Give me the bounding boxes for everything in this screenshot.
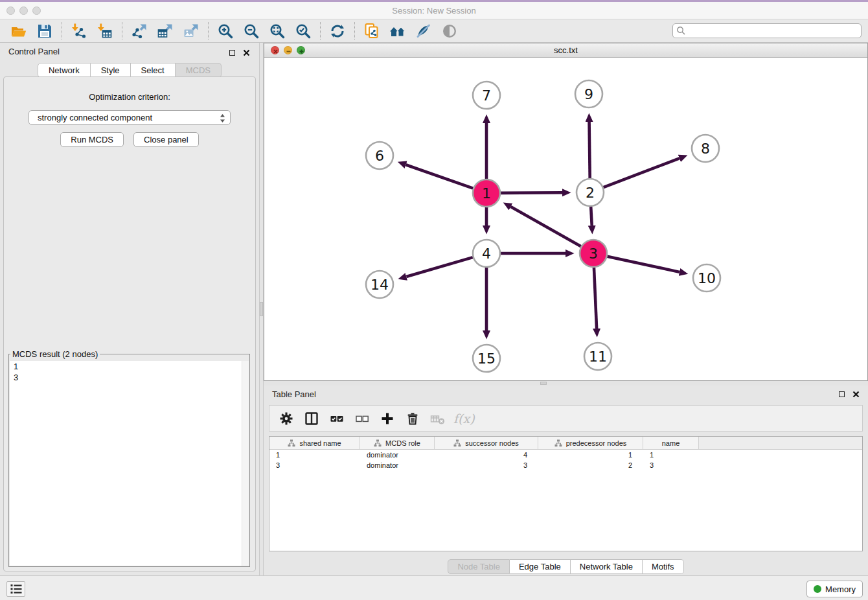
float-icon [229, 50, 235, 56]
graph-node-10[interactable]: 10 [693, 264, 720, 292]
run-mcds-button[interactable]: Run MCDS [60, 132, 124, 147]
table-panel-title: Table Panel [272, 389, 316, 399]
zoom-fit-icon[interactable] [269, 23, 286, 40]
graph-node-2[interactable]: 2 [577, 179, 604, 206]
tab-network-table[interactable]: Network Table [571, 559, 643, 574]
table-cell: dominator [360, 451, 435, 459]
tab-network[interactable]: Network [38, 63, 91, 78]
export-network-icon[interactable] [131, 23, 148, 40]
import-table-file-icon[interactable] [97, 23, 113, 40]
column-header-name[interactable]: name [643, 437, 699, 449]
vertical-splitter[interactable] [259, 43, 264, 575]
column-header-successor-nodes[interactable]: successor nodes [435, 437, 538, 449]
splitter-handle[interactable] [540, 382, 547, 385]
float-panel-button[interactable] [227, 48, 236, 57]
graph-node-6[interactable]: 6 [366, 142, 393, 169]
graph-node-15[interactable]: 15 [473, 345, 500, 372]
edge-2-8[interactable] [604, 158, 680, 187]
edge-1-2[interactable] [501, 192, 562, 193]
import-network-file-icon[interactable] [71, 23, 87, 40]
table-settings-gear-icon[interactable] [279, 411, 294, 426]
tab-motifs[interactable]: Motifs [643, 559, 684, 574]
split-columns-icon[interactable] [304, 411, 319, 426]
zoom-out-icon[interactable] [243, 23, 260, 40]
duplicate-network-icon[interactable] [363, 23, 380, 40]
node-label: 14 [371, 277, 389, 293]
deselect-all-checkboxes-icon[interactable] [354, 411, 370, 426]
node-label: 10 [698, 270, 716, 286]
node-label: 2 [586, 185, 595, 201]
edge-2-3[interactable] [591, 207, 592, 225]
apply-layout-icon[interactable] [329, 23, 346, 40]
save-session-icon[interactable] [36, 23, 53, 40]
node-table[interactable]: shared nameMCDS rolesuccessor nodesprede… [269, 436, 863, 551]
network-window-titlebar[interactable]: scc.txt [264, 43, 867, 58]
control-panel: Control Panel NetworkStyleSelectMCDS Opt… [0, 43, 259, 575]
control-panel-tabs: NetworkStyleSelectMCDS [0, 63, 259, 78]
splitter-handle[interactable] [260, 302, 263, 316]
graph-node-11[interactable]: 11 [584, 343, 611, 370]
show-panels-button[interactable] [6, 581, 25, 597]
tab-mcds[interactable]: MCDS [176, 63, 222, 78]
export-image-icon[interactable] [183, 23, 200, 40]
table-row[interactable]: 1dominator411 [269, 450, 862, 460]
horizontal-splitter[interactable] [264, 381, 868, 386]
node-label: 3 [589, 246, 598, 262]
network-canvas-svg[interactable]: 7968124314101511 [264, 58, 867, 380]
graph-node-8[interactable]: 8 [692, 135, 719, 162]
graph-node-7[interactable]: 7 [473, 82, 500, 109]
birds-eye-view-icon[interactable] [441, 23, 458, 40]
first-neighbors-icon[interactable] [389, 23, 406, 40]
criterion-dropdown[interactable]: strongly connected component [29, 110, 231, 125]
search-icon [676, 26, 686, 36]
table-row[interactable]: 3dominator323 [269, 460, 862, 470]
list-icon [10, 583, 23, 595]
select-all-checkboxes-icon[interactable] [329, 411, 345, 426]
tab-select[interactable]: Select [131, 63, 176, 78]
mcds-result-line: 3 [10, 372, 249, 383]
close-panel-button[interactable] [242, 48, 251, 57]
edge-1-6[interactable] [406, 165, 474, 188]
zoom-selected-icon[interactable] [295, 23, 312, 40]
table-toolbar: f(x) [269, 405, 863, 432]
edge-2-9[interactable] [589, 122, 590, 178]
mcds-result-line: 1 [10, 361, 249, 372]
open-session-icon[interactable] [10, 23, 27, 40]
network-view-title: scc.txt [264, 45, 867, 55]
export-table-icon[interactable] [157, 23, 174, 40]
graph-node-9[interactable]: 9 [575, 80, 602, 108]
column-header-shared-name[interactable]: shared name [269, 437, 360, 449]
edge-3-10[interactable] [607, 257, 679, 272]
float-table-panel-button[interactable] [837, 389, 846, 398]
node-label: 6 [375, 148, 384, 164]
search-input[interactable] [672, 23, 862, 38]
delete-column-icon[interactable] [405, 411, 420, 426]
function-builder-icon[interactable]: f(x) [453, 411, 475, 426]
column-header-mcds-role[interactable]: MCDS role [360, 437, 435, 449]
edge-4-14[interactable] [406, 257, 473, 277]
zoom-in-icon[interactable] [217, 23, 234, 40]
memory-button[interactable]: Memory [806, 581, 863, 597]
hierarchy-icon [374, 439, 382, 447]
graph-node-14[interactable]: 14 [366, 271, 393, 298]
graph-node-1[interactable]: 1 [473, 179, 500, 207]
close-table-panel-button[interactable] [851, 389, 860, 398]
mcds-result-list[interactable]: 13 [10, 361, 249, 566]
node-table-body: 1dominator4113dominator323 [269, 450, 862, 470]
tab-node-table[interactable]: Node Table [448, 559, 510, 574]
close-panel-button-2[interactable]: Close panel [133, 132, 199, 147]
edge-3-11[interactable] [594, 268, 597, 329]
tab-style[interactable]: Style [91, 63, 131, 78]
table-cell: 1 [643, 451, 699, 459]
tab-edge-table[interactable]: Edge Table [510, 559, 571, 574]
column-label: successor nodes [465, 439, 519, 447]
graph-node-3[interactable]: 3 [580, 240, 607, 267]
scrollbar-track[interactable] [242, 361, 249, 566]
delete-table-icon[interactable] [430, 411, 446, 426]
column-header-predecessor-nodes[interactable]: predecessor nodes [538, 437, 643, 449]
node-label: 8 [701, 141, 710, 157]
graph-node-4[interactable]: 4 [473, 240, 500, 267]
add-column-icon[interactable] [380, 411, 395, 426]
edge-3-1[interactable] [510, 207, 580, 246]
show-graphics-details-icon[interactable] [415, 23, 432, 40]
